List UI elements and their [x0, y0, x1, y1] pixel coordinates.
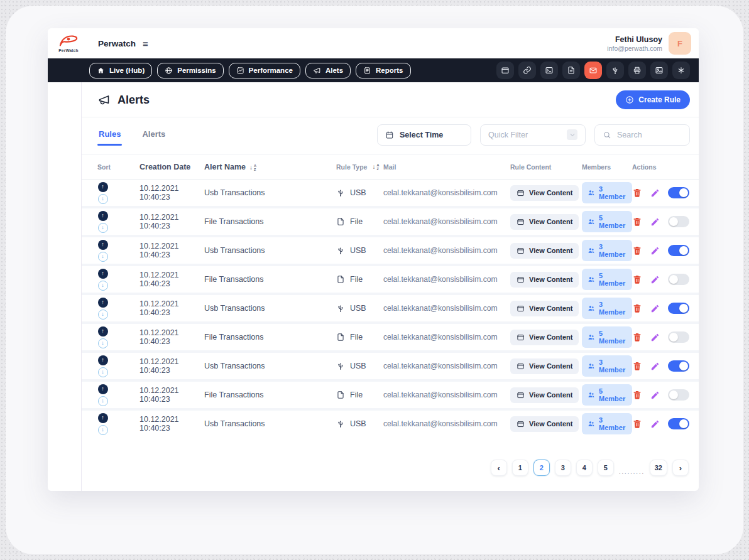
delete-button[interactable] — [632, 332, 642, 342]
edit-button[interactable] — [650, 419, 660, 429]
enable-toggle[interactable] — [668, 187, 689, 198]
chevron-down-icon[interactable] — [567, 129, 577, 140]
edit-button[interactable] — [650, 275, 660, 284]
view-content-button[interactable]: View Content — [510, 301, 579, 316]
navbar-button-asterisk-icon[interactable] — [672, 62, 690, 79]
tab-rules[interactable]: Rules — [97, 124, 122, 146]
perwatch-logo[interactable]: PerWatch — [54, 35, 83, 53]
sort-az-icon[interactable]: ↓AZ — [249, 164, 256, 171]
delete-button[interactable] — [632, 245, 642, 256]
edit-button[interactable] — [650, 362, 660, 371]
delete-button[interactable] — [632, 390, 642, 400]
menu-hamburger-icon[interactable]: ≡ — [143, 39, 148, 48]
members-badge[interactable]: 5 Member — [582, 211, 632, 232]
edit-button[interactable] — [650, 390, 660, 400]
edit-button[interactable] — [650, 246, 660, 256]
move-down-button[interactable]: ↓ — [98, 367, 108, 377]
view-content-button[interactable]: View Content — [510, 416, 579, 432]
pagination-page-3[interactable]: 3 — [555, 460, 571, 476]
navbar-button-mail-icon[interactable] — [584, 62, 602, 79]
pagination-page-2[interactable]: 2 — [533, 460, 550, 476]
edit-button[interactable] — [650, 217, 660, 227]
pagination-page-5[interactable]: 5 — [598, 460, 614, 476]
enable-toggle[interactable] — [668, 245, 689, 256]
move-up-button[interactable]: ↑ — [98, 384, 108, 394]
delete-button[interactable] — [632, 274, 642, 284]
pagination-next-button[interactable]: › — [672, 460, 689, 476]
actions-cell — [632, 418, 690, 429]
navbar-button-image-icon[interactable] — [650, 62, 668, 79]
navbar-button-window-icon[interactable] — [496, 62, 514, 79]
move-up-button[interactable]: ↑ — [98, 240, 108, 250]
search-field[interactable] — [594, 124, 690, 146]
view-content-button[interactable]: View Content — [510, 358, 579, 374]
navbar-button-usb-icon[interactable] — [606, 62, 624, 79]
move-down-button[interactable]: ↓ — [98, 425, 108, 435]
enable-toggle[interactable] — [668, 274, 689, 285]
edit-button[interactable] — [650, 188, 660, 198]
quick-filter-select[interactable]: Quick Filter — [480, 124, 586, 146]
enable-toggle[interactable] — [668, 216, 689, 227]
members-badge[interactable]: 3 Member — [582, 298, 632, 319]
navbar-tab-reports[interactable]: Reports — [356, 63, 410, 78]
delete-button[interactable] — [632, 361, 642, 371]
delete-button[interactable] — [632, 188, 642, 198]
move-down-button[interactable]: ↓ — [98, 252, 108, 262]
move-down-button[interactable]: ↓ — [98, 194, 108, 204]
view-content-button[interactable]: View Content — [510, 272, 579, 288]
move-down-button[interactable]: ↓ — [98, 338, 108, 348]
navbar-tab-live-hub[interactable]: Live (Hub) — [89, 63, 152, 78]
members-badge[interactable]: 3 Member — [582, 355, 632, 377]
select-time-button[interactable]: Select Time — [377, 124, 471, 146]
view-content-button[interactable]: View Content — [510, 330, 579, 345]
edit-button[interactable] — [650, 333, 660, 342]
members-badge[interactable]: 5 Member — [582, 384, 632, 406]
delete-button[interactable] — [632, 303, 642, 313]
move-down-button[interactable]: ↓ — [98, 396, 108, 406]
navbar-button-terminal-icon[interactable] — [540, 62, 558, 79]
search-input[interactable] — [617, 131, 682, 139]
members-badge[interactable]: 3 Member — [582, 182, 632, 203]
navbar-tab-permissins[interactable]: Permissins — [157, 63, 223, 78]
view-content-button[interactable]: View Content — [510, 214, 579, 230]
move-down-button[interactable]: ↓ — [98, 281, 108, 291]
members-badge[interactable]: 5 Member — [582, 326, 632, 348]
members-badge[interactable]: 3 Member — [582, 240, 632, 261]
enable-toggle[interactable] — [668, 303, 689, 314]
move-down-button[interactable]: ↓ — [98, 223, 108, 233]
move-down-button[interactable]: ↓ — [98, 310, 108, 320]
enable-toggle[interactable] — [668, 360, 689, 372]
members-badge[interactable]: 3 Member — [582, 413, 632, 434]
navbar-button-printer-icon[interactable] — [628, 62, 646, 79]
pagination-page-1[interactable]: 1 — [512, 460, 528, 476]
pagination-page-32[interactable]: 32 — [650, 460, 667, 476]
members-badge[interactable]: 5 Member — [582, 269, 632, 290]
sort-az-icon[interactable]: ↓AZ — [372, 163, 379, 171]
navbar-button-link-icon[interactable] — [518, 62, 536, 79]
create-rule-button[interactable]: Create Rule — [616, 90, 690, 109]
rule-content-cell: View Content — [510, 272, 582, 288]
delete-button[interactable] — [632, 217, 642, 227]
view-content-button[interactable]: View Content — [510, 185, 579, 201]
move-up-button[interactable]: ↑ — [98, 269, 108, 279]
move-up-button[interactable]: ↑ — [98, 182, 108, 192]
navbar-tab-alets[interactable]: Alets — [305, 63, 351, 78]
edit-button[interactable] — [650, 304, 660, 313]
navbar-tab-performance[interactable]: Performance — [229, 63, 300, 78]
move-up-button[interactable]: ↑ — [98, 211, 108, 221]
navbar-button-file-text-icon[interactable] — [562, 62, 580, 79]
move-up-button[interactable]: ↑ — [98, 413, 108, 423]
move-up-button[interactable]: ↑ — [98, 355, 108, 365]
pagination-page-4[interactable]: 4 — [576, 460, 593, 476]
view-content-button[interactable]: View Content — [510, 243, 579, 259]
avatar[interactable]: F — [669, 32, 691, 55]
enable-toggle[interactable] — [668, 418, 689, 429]
enable-toggle[interactable] — [668, 331, 689, 343]
move-up-button[interactable]: ↑ — [98, 326, 108, 337]
pagination-prev-button[interactable]: ‹ — [491, 460, 507, 476]
enable-toggle[interactable] — [668, 389, 689, 401]
delete-button[interactable] — [632, 419, 642, 429]
view-content-button[interactable]: View Content — [510, 387, 579, 403]
tab-alerts[interactable]: Alerts — [141, 124, 167, 146]
move-up-button[interactable]: ↑ — [98, 298, 108, 308]
